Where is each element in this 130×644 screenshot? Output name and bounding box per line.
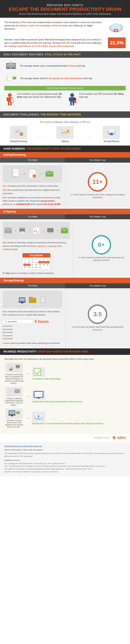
storage-hours-circle: 3.5 (88, 304, 107, 324)
svg-rect-93 (34, 369, 41, 375)
esigning-habit: → → → → (0, 219, 73, 277)
editing-table: The Habit The Hidden Cost (0, 158, 130, 162)
svg-text:PDF: PDF (73, 100, 76, 102)
arrow-right-editing: → (22, 171, 27, 177)
search-placeholder: Document (8, 320, 17, 323)
days-desc: 3+ days spent on average to collect a ph… (3, 272, 70, 275)
and-worse-bar: And for many workers, it's even worse (4, 86, 126, 90)
maximize-accent: DROP BAD HABITS FOR MODERN ONES (38, 350, 88, 353)
editing-cost: 11+ 11+ hours spent by workers each week… (65, 162, 130, 208)
storage-content: 91% of workers store work-related docume… (0, 288, 130, 348)
maximize-header: MAXIMIZE PRODUCTIVITY: DROP BAD HABITS F… (0, 348, 130, 355)
calendar-grid: 1 2 3 4 5 6 7 8 9 10 11 12 13 14 15 16 1 (23, 258, 50, 270)
person-icon-2: PDF (67, 92, 78, 108)
esigning-visual: → → → → (3, 222, 70, 239)
new-habit-3: Standardize on cloud-based document shar… (32, 412, 126, 425)
maximize-section: Old habits die hard, but businesses can … (0, 355, 130, 434)
svg-rect-89 (9, 369, 13, 370)
challenge-arrow-1: - - - (38, 126, 45, 142)
storage-subheader-label: Storage/Sharing (4, 279, 24, 282)
storage-subheader: Storage/Sharing (0, 278, 130, 283)
hard-numbers-label: HARD NUMBERS: (4, 147, 26, 150)
main-title: ESCAPE THE DOCUMENT PRODUCTIVITY DRAIN (4, 7, 126, 12)
storage-label: Storage/Sharing (103, 140, 120, 142)
stat-block-2: PDF 2 in 5 workers use PDF documents 10+… (67, 92, 126, 108)
subtitle: Survey Finds Businesses Must Update Thei… (4, 13, 126, 15)
svg-rect-10 (7, 67, 9, 68)
svg-text:N: N (113, 437, 114, 439)
svg-text:✍: ✍ (67, 130, 70, 133)
stat2-highlight: 2 in 5 (79, 93, 85, 95)
svg-rect-109 (9, 411, 15, 414)
new-icon-1 (32, 367, 45, 377)
svg-rect-107 (8, 414, 16, 416)
scanner-count: 6 times (68, 65, 76, 67)
editing-subheader-label: Editing/Reviewing (4, 153, 26, 156)
old-text-3: Instead of saving documents to the deskt… (4, 419, 24, 428)
search-doc-box: 🔍 Document 5 hours (3, 318, 62, 324)
editing-hours-desc: 11+ hours spent by workers each week cre… (68, 193, 127, 199)
stat1-highlight: 1 in 3 (17, 93, 23, 95)
challenges-label: DOCUMENT CHALLENGES: (4, 113, 39, 116)
esigning-cost: 6+ 6+ hours spent by workers each week a… (73, 219, 130, 277)
scanner-row: The average worker uses a scanner/printe… (4, 61, 126, 71)
survey-link[interactable]: Get the full survey here: https://www.go… (4, 445, 126, 448)
svg-rect-9 (8, 64, 14, 65)
habit-col-header: The Habit (0, 158, 65, 162)
calendar-widget: CALENDAR 1 2 3 4 5 6 7 8 9 10 11 12 13 1… (22, 253, 51, 270)
svg-rect-16 (8, 74, 13, 81)
scanner-icon (4, 61, 17, 71)
storage-stat: 91% of workers store work-related docume… (3, 310, 62, 316)
storage-visual (3, 291, 62, 308)
big-stats: 1 in 3 workers use a scanner/printer/cop… (4, 92, 126, 108)
maximize-arrow-3: → (26, 416, 30, 420)
signing-icon: ✍ (56, 126, 74, 139)
about-text: This September/October 2014 survey colle… (4, 452, 126, 458)
challenges-intro: The common challenges when working in a … (4, 121, 126, 123)
maximize-label: MAXIMIZE PRODUCTIVITY: (4, 350, 37, 353)
five-hours-desc: 5 hours spent by workers each week searc… (3, 342, 62, 345)
svg-point-21 (8, 93, 12, 97)
editing-icon: ✎ (10, 126, 27, 139)
five-hours-badge: 5 hours (35, 320, 49, 324)
breaking-label: BREAKING BAD HABITS (4, 4, 126, 7)
source-2: TBC, "Improving document management key … (4, 465, 126, 468)
esigning-stat: 58% choose to hand-sign emailed document… (3, 241, 70, 251)
old-habit-2: Instead of sharing fragmented feedback v… (4, 387, 24, 406)
svg-rect-54 (13, 169, 19, 176)
svg-rect-76 (21, 302, 23, 304)
svg-rect-44 (61, 129, 67, 136)
storage-hours-desc: 3.5 hours spent by workers each week fil… (68, 326, 127, 331)
svg-rect-25 (8, 102, 9, 106)
svg-rect-67 (20, 227, 24, 228)
email-row: The average worker shares 6 documents as… (4, 73, 126, 84)
calendar-header: CALENDAR (23, 253, 50, 258)
challenge-arrow-2: - - - (85, 126, 92, 142)
sources-label: Additional sources: (4, 459, 126, 462)
storage-cost: 3.5 3.5 hours spent by workers each week… (65, 288, 130, 348)
cost-col-header: The Hidden Cost (65, 158, 130, 162)
svg-rect-108 (11, 416, 13, 416)
footer: Get the full survey here: https://www.go… (0, 442, 130, 476)
challenge-signing: ✍ Signing (56, 126, 74, 142)
challenge-editing: ✎ Editing/Reviewing (10, 126, 27, 142)
search-box[interactable]: 🔍 Document (3, 320, 33, 324)
svg-rect-72 (49, 232, 52, 234)
orange-highlight: robbing organizations of 21.3% of their … (8, 45, 74, 47)
esigning-content: → → → → (0, 219, 130, 277)
svg-rect-51 (110, 133, 113, 135)
new-icon-2 (32, 390, 45, 400)
nitro-logo: N nitro (112, 436, 126, 440)
svg-rect-29 (11, 98, 14, 102)
svg-rect-80 (30, 299, 36, 300)
svg-point-50 (108, 129, 114, 133)
maximize-intro: Old habits die hard, but businesses can … (4, 358, 126, 360)
svg-rect-68 (20, 232, 24, 234)
svg-rect-32 (69, 97, 71, 101)
svg-rect-94 (8, 388, 14, 395)
esigning-subheader-label: E-Signing (4, 210, 16, 213)
old-habit-3: Instead of saving documents to the deskt… (4, 409, 24, 428)
stat-text-2: 2 in 5 workers use PDF documents 10+ tim… (79, 92, 126, 98)
svg-rect-78 (29, 298, 36, 303)
svg-rect-92 (17, 368, 19, 369)
